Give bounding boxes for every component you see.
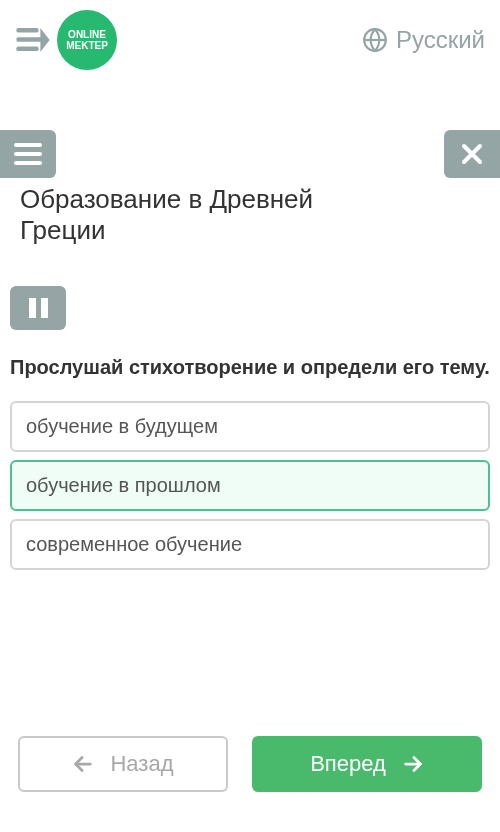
svg-rect-0	[16, 28, 38, 33]
svg-marker-3	[40, 28, 49, 52]
option-label: обучение в будущем	[26, 415, 218, 437]
forward-label: Вперед	[310, 751, 386, 777]
arrow-left-icon	[72, 753, 94, 775]
svg-rect-2	[16, 46, 38, 51]
back-button[interactable]: Назад	[18, 736, 228, 792]
main-menu-icon[interactable]	[15, 28, 45, 52]
header-left: ONLINE MEKTEP	[15, 10, 117, 70]
language-label: Русский	[396, 26, 485, 54]
language-selector[interactable]: Русский	[362, 26, 485, 54]
logo-text-1: ONLINE	[68, 29, 106, 40]
lesson-title: Образование в Древней Греции	[10, 178, 390, 246]
navigation-buttons: Назад Вперед	[0, 736, 500, 792]
close-button[interactable]	[444, 130, 500, 178]
answer-option-2[interactable]: современное обучение	[10, 519, 490, 570]
answer-option-1[interactable]: обучение в прошлом	[10, 460, 490, 511]
arrow-right-icon	[402, 753, 424, 775]
option-label: современное обучение	[26, 533, 242, 555]
pause-icon	[29, 298, 36, 318]
content-area: Образование в Древней Греции Прослушай с…	[0, 178, 500, 570]
logo-text-2: MEKTEP	[66, 40, 108, 51]
option-label: обучение в прошлом	[26, 474, 221, 496]
top-header: ONLINE MEKTEP Русский	[0, 0, 500, 80]
back-label: Назад	[110, 751, 173, 777]
lesson-header	[0, 130, 500, 178]
pause-button[interactable]	[10, 286, 66, 330]
globe-icon	[362, 27, 388, 53]
lesson-menu-button[interactable]	[0, 130, 56, 178]
question-text: Прослушай стихотворение и определи его т…	[10, 354, 490, 381]
forward-button[interactable]: Вперед	[252, 736, 482, 792]
answer-option-0[interactable]: обучение в будущем	[10, 401, 490, 452]
pause-icon	[41, 298, 48, 318]
answer-options: обучение в будущем обучение в прошлом со…	[10, 401, 490, 570]
close-icon	[460, 142, 484, 166]
logo[interactable]: ONLINE MEKTEP	[57, 10, 117, 70]
